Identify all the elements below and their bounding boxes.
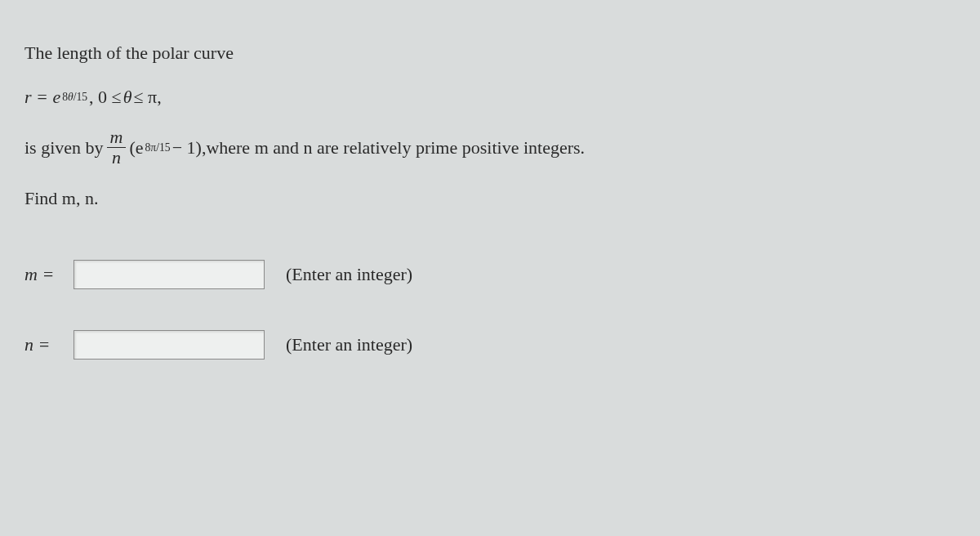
fraction-m-over-n: m n: [107, 128, 127, 167]
exp1-a: 8: [62, 91, 68, 103]
answers-block: m = (Enter an integer) n = (Enter an int…: [24, 260, 956, 360]
frac-den: n: [109, 148, 124, 167]
given-by-line: is given by m n (e8π/15 − 1), where m an…: [24, 128, 956, 167]
label-m: m =: [24, 262, 74, 287]
range-pre: , 0 ≤: [89, 85, 122, 109]
find-line: Find m, n.: [24, 186, 956, 211]
hint-m: (Enter an integer): [286, 262, 412, 287]
label-n: n =: [24, 333, 74, 357]
given-post: where m and n are relatively prime posit…: [206, 136, 585, 160]
input-m[interactable]: [74, 260, 265, 289]
paren-term: (e8π/15 − 1),: [129, 136, 206, 160]
curve-equation: r = e8θ/15, 0 ≤ θ ≤ π,: [24, 85, 956, 109]
intro-span: The length of the polar curve: [24, 41, 234, 65]
problem-page: The length of the polar curve r = e8θ/15…: [0, 0, 980, 360]
input-n[interactable]: [74, 330, 265, 360]
theta2: θ: [123, 85, 132, 109]
frac-num: m: [107, 128, 127, 148]
r-equals-e: r = e: [24, 85, 60, 109]
exp1-theta: θ: [68, 91, 74, 103]
find-text: Find m, n.: [24, 186, 98, 211]
exp1-b: /15: [74, 91, 87, 103]
answer-row-n: n = (Enter an integer): [24, 330, 956, 360]
given-pre: is given by: [24, 136, 104, 160]
intro-text: The length of the polar curve: [24, 41, 956, 65]
answer-row-m: m = (Enter an integer): [24, 260, 956, 289]
range-post: ≤ π,: [134, 85, 162, 109]
paren-close: − 1),: [172, 136, 207, 160]
hint-n: (Enter an integer): [286, 333, 412, 357]
equation-text: r = e8θ/15, 0 ≤ θ ≤ π,: [24, 85, 162, 109]
paren-open: (e: [129, 136, 143, 160]
